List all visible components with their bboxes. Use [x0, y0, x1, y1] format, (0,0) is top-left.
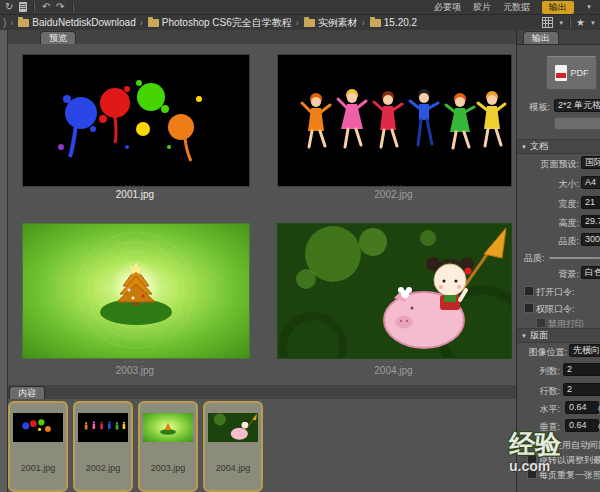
- quality-slider-row: 品质:: [521, 250, 600, 265]
- filter-caret-icon[interactable]: ▼: [590, 20, 596, 26]
- content-item-2002[interactable]: 2002.jpg: [73, 401, 133, 492]
- quality-preset-select[interactable]: 300 ppi: [581, 233, 600, 246]
- workspace-tab-metadata[interactable]: 元数据: [503, 0, 530, 14]
- width-input[interactable]: 21: [581, 196, 600, 209]
- background-select[interactable]: 白色: [581, 266, 600, 279]
- workspace-tab-output[interactable]: 输出: [542, 1, 574, 14]
- repeat-photo-checkbox[interactable]: [527, 469, 537, 479]
- refresh-preview-button[interactable]: [554, 117, 600, 130]
- rows-input[interactable]: 2: [563, 383, 600, 396]
- chevron-right-icon: ›: [10, 18, 13, 28]
- content-item-2003[interactable]: 2003.jpg: [138, 401, 198, 492]
- layout-section-title: 版面: [530, 330, 548, 340]
- background-row: 背景: 白色: [521, 266, 600, 281]
- folder-icon: [148, 19, 159, 27]
- content-tabbar: 内容: [8, 385, 517, 400]
- undo-icon[interactable]: ↶: [42, 0, 50, 14]
- collapsed-left-panel[interactable]: [0, 30, 8, 492]
- content-filename: 2003.jpg: [140, 463, 196, 473]
- size-select[interactable]: A4: [581, 176, 600, 189]
- horizontal-label: 水平:: [539, 403, 560, 416]
- content-filename: 2001.jpg: [10, 463, 66, 473]
- top-toolbar: ↻ ↶ ↷ 必要项 胶片 元数据 输出 ▼: [0, 0, 600, 15]
- folder-icon: [18, 19, 29, 27]
- background-label: 背景:: [558, 268, 579, 281]
- repeat-photo-row: 每页重复一张照片: [521, 467, 600, 482]
- page-preset-select[interactable]: 国际标准纸张: [581, 156, 600, 169]
- pdf-file-icon: [555, 65, 567, 81]
- page-preset-row: 页面预设: 国际标准纸张: [521, 156, 600, 171]
- view-options-caret-icon[interactable]: ▼: [558, 20, 564, 26]
- workspace-tab-essentials[interactable]: 必要项: [434, 0, 461, 14]
- content-thumbnail: [143, 413, 193, 442]
- permission-password-checkbox[interactable]: [524, 303, 534, 313]
- preview-image-2001[interactable]: [22, 54, 250, 187]
- pdf-output-button[interactable]: PDF: [546, 56, 597, 90]
- rating-dots[interactable]: ·····: [277, 182, 510, 189]
- tab-output[interactable]: 输出: [523, 31, 559, 44]
- chevron-right-icon: ›: [362, 18, 365, 28]
- horizontal-input[interactable]: 0.64: [565, 401, 599, 414]
- rows-row: 行数: 2: [521, 383, 600, 398]
- content-item-2004[interactable]: 2004.jpg: [203, 401, 263, 492]
- rating-dots[interactable]: ·····: [277, 358, 510, 365]
- tab-content[interactable]: 内容: [9, 386, 45, 399]
- tab-preview[interactable]: 预览: [40, 31, 76, 44]
- breadcrumb-item[interactable]: Photoshop CS6完全自学教程: [162, 16, 292, 30]
- columns-input[interactable]: 2: [563, 363, 600, 376]
- content-item-2001[interactable]: 2001.jpg: [8, 401, 68, 492]
- horizontal-row: 水平: 0.64 cm: [521, 401, 600, 416]
- preview-image-2002[interactable]: [277, 54, 512, 187]
- rating-dots[interactable]: ·····: [22, 358, 248, 365]
- new-document-icon[interactable]: [19, 2, 27, 12]
- preview-filename: 2001.jpg: [22, 189, 248, 200]
- rotate-refresh-icon[interactable]: ↻: [5, 0, 13, 14]
- refresh-row: [521, 117, 600, 132]
- quality-preset-label: 品质:: [558, 235, 579, 248]
- template-label: 模板:: [529, 101, 550, 114]
- template-row: 模板: 2*2 单元格: [521, 99, 600, 114]
- preview-image-2003[interactable]: [22, 223, 250, 359]
- auto-spacing-row: 使用自动间距: [521, 437, 600, 452]
- rows-label: 行数:: [539, 385, 560, 398]
- vertical-label: 垂直:: [539, 421, 560, 434]
- permission-password-row: 权限口令:: [521, 301, 600, 316]
- chevron-down-icon[interactable]: ▼: [586, 4, 592, 10]
- document-section-header[interactable]: ▼文档: [517, 139, 600, 154]
- quality-slider[interactable]: [549, 257, 600, 259]
- repeat-photo-label: 每页重复一张照片: [539, 469, 600, 482]
- quality-slider-label: 品质:: [524, 252, 545, 265]
- content-thumbnail: [78, 413, 128, 442]
- breadcrumb-item[interactable]: BaiduNetdiskDownload: [32, 17, 135, 28]
- breadcrumb-item[interactable]: 实例素材: [318, 16, 358, 30]
- folder-icon: [304, 19, 315, 27]
- template-select[interactable]: 2*2 单元格: [554, 99, 600, 112]
- preview-tabbar: 预览: [8, 30, 517, 45]
- size-label: 大小:: [558, 178, 579, 191]
- layout-section-header[interactable]: ▼版面: [517, 328, 600, 343]
- breadcrumb-prefix: ): [3, 17, 6, 28]
- auto-spacing-checkbox[interactable]: [541, 439, 551, 449]
- width-row: 宽度: 21: [521, 196, 600, 211]
- star-filter-icon[interactable]: ★: [576, 18, 585, 28]
- rotate-best-fit-row: 旋转以调整到最佳匹配: [521, 452, 600, 467]
- breadcrumb-item[interactable]: 15.20.2: [384, 17, 417, 28]
- vertical-input[interactable]: 0.64: [565, 419, 599, 432]
- preview-image-2004[interactable]: [277, 223, 512, 359]
- chevron-right-icon: ›: [296, 18, 299, 28]
- chevron-right-icon: ›: [140, 18, 143, 28]
- image-placement-label: 图像位置:: [528, 346, 567, 359]
- height-input[interactable]: 29.7: [581, 215, 600, 228]
- bridge-window: ↻ ↶ ↷ 必要项 胶片 元数据 输出 ▼ ) › BaiduNetdiskDo…: [0, 0, 600, 492]
- open-password-checkbox[interactable]: [524, 286, 534, 296]
- redo-icon[interactable]: ↷: [56, 0, 64, 14]
- rotate-best-fit-checkbox[interactable]: [527, 454, 537, 464]
- image-placement-select[interactable]: 先横向排列: [569, 344, 600, 357]
- triangle-down-icon: ▼: [521, 144, 527, 150]
- thumbnail-grid-icon[interactable]: [542, 17, 553, 28]
- disable-print-checkbox[interactable]: [536, 318, 546, 328]
- size-row: 大小: A4: [521, 176, 600, 191]
- preview-filename: 2004.jpg: [277, 365, 510, 376]
- workspace-tab-filmstrip[interactable]: 胶片: [473, 0, 491, 14]
- rating-dots[interactable]: ·····: [22, 182, 248, 189]
